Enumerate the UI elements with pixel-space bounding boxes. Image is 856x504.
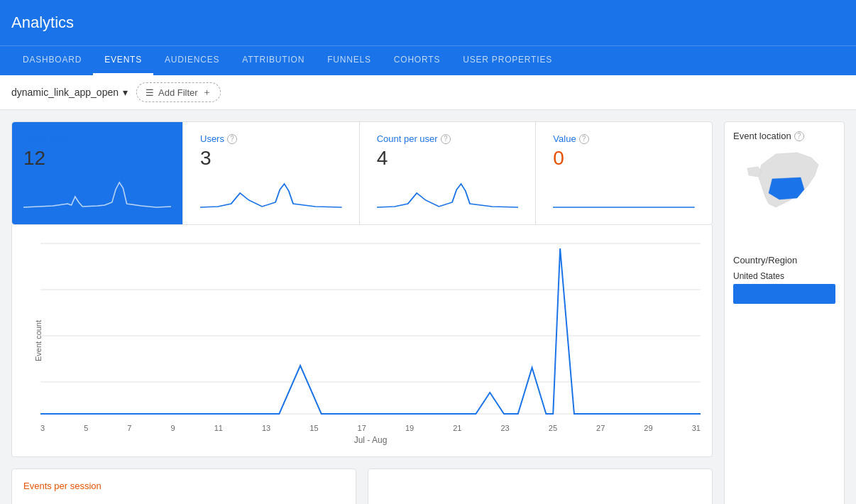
x-label: 3 bbox=[40, 424, 45, 432]
users-value: 3 bbox=[200, 147, 342, 170]
value-label: Value ? bbox=[553, 133, 695, 144]
users-help-icon[interactable]: ? bbox=[227, 134, 237, 144]
x-label: 7 bbox=[127, 424, 131, 432]
add-filter-button[interactable]: ☰ Add Filter ＋ bbox=[136, 82, 221, 102]
bottom-card-2 bbox=[368, 469, 713, 504]
count-per-user-card: Count per user ? 4 bbox=[359, 122, 536, 224]
filter-bar: dynamic_link_app_open ▾ ☰ Add Filter ＋ bbox=[0, 75, 856, 110]
x-label: 31 bbox=[692, 424, 701, 432]
event-location-header: Event location ? bbox=[733, 131, 835, 141]
x-label: 11 bbox=[214, 424, 223, 432]
value-card: Value ? 0 bbox=[535, 122, 712, 224]
events-per-session-title: Events per session bbox=[23, 481, 344, 491]
left-panel: Event count 12 Users ? 3 bbox=[11, 121, 713, 504]
x-label: 13 bbox=[262, 424, 270, 432]
x-label: 27 bbox=[596, 424, 605, 432]
nav-bar: DASHBOARD EVENTS AUDIENCES ATTRIBUTION F… bbox=[0, 45, 856, 75]
event-location-help-icon[interactable]: ? bbox=[794, 131, 804, 141]
nav-item-attribution[interactable]: ATTRIBUTION bbox=[231, 46, 316, 75]
nav-item-dashboard[interactable]: DASHBOARD bbox=[11, 46, 93, 75]
event-location-panel: Event location ? Country/Region United S… bbox=[724, 121, 845, 504]
filter-icon: ☰ bbox=[146, 87, 154, 98]
nav-item-user-properties[interactable]: USER PROPERTIES bbox=[451, 46, 564, 75]
app-title: Analytics bbox=[11, 13, 74, 32]
x-label: 19 bbox=[405, 424, 414, 432]
event-count-card: Event count 12 bbox=[12, 122, 182, 224]
map-area bbox=[733, 147, 835, 246]
event-location-title: Event location bbox=[733, 131, 791, 141]
add-icon: ＋ bbox=[202, 86, 212, 99]
map-svg bbox=[733, 147, 835, 239]
event-count-label: Event count bbox=[23, 133, 171, 144]
count-per-user-sparkline bbox=[377, 175, 519, 211]
event-filter-label: dynamic_link_app_open bbox=[11, 87, 119, 98]
header: Analytics bbox=[0, 0, 856, 45]
x-label: 29 bbox=[644, 424, 652, 432]
value-help-icon[interactable]: ? bbox=[579, 134, 589, 144]
events-per-session-card: Events per session bbox=[11, 469, 356, 504]
main-chart-svg: 0 2 4 6 8 bbox=[40, 236, 701, 421]
count-per-user-help-icon[interactable]: ? bbox=[441, 134, 451, 144]
nav-item-funnels[interactable]: FUNNELS bbox=[316, 46, 383, 75]
value-sparkline bbox=[553, 175, 695, 211]
event-count-sparkline bbox=[23, 175, 171, 211]
users-label: Users ? bbox=[200, 133, 342, 144]
users-card: Users ? 3 bbox=[182, 122, 359, 224]
nav-item-cohorts[interactable]: COHORTS bbox=[383, 46, 451, 75]
united-states-label: United States bbox=[733, 271, 835, 281]
x-label: 5 bbox=[84, 424, 88, 432]
main-content: Event count 12 Users ? 3 bbox=[0, 110, 856, 504]
users-sparkline bbox=[200, 175, 342, 211]
x-label: 17 bbox=[358, 424, 366, 432]
united-states-bar bbox=[733, 284, 835, 304]
united-states-row: United States bbox=[733, 271, 835, 304]
event-filter-dropdown[interactable]: dynamic_link_app_open ▾ bbox=[11, 87, 128, 98]
count-per-user-value: 4 bbox=[377, 147, 519, 170]
nav-item-events[interactable]: EVENTS bbox=[93, 46, 153, 75]
count-per-user-label: Count per user ? bbox=[377, 133, 519, 144]
x-label: 23 bbox=[500, 424, 509, 432]
x-label: 15 bbox=[309, 424, 318, 432]
nav-item-audiences[interactable]: AUDIENCES bbox=[153, 46, 231, 75]
x-label: 25 bbox=[549, 424, 557, 432]
stats-row: Event count 12 Users ? 3 bbox=[11, 121, 713, 225]
x-label: 21 bbox=[453, 424, 461, 432]
dropdown-arrow-icon: ▾ bbox=[123, 87, 128, 98]
event-count-value: 12 bbox=[23, 147, 171, 170]
x-label: 9 bbox=[171, 424, 175, 432]
main-chart-area: 0 2 4 6 8 bbox=[40, 236, 701, 421]
value-value: 0 bbox=[553, 147, 695, 170]
add-filter-label: Add Filter bbox=[158, 87, 198, 98]
x-axis: 3 5 7 9 11 13 15 17 19 21 23 25 27 29 31 bbox=[40, 421, 701, 432]
bottom-row: Events per session bbox=[11, 469, 713, 504]
main-chart-container: Event count 0 2 4 6 8 bbox=[11, 225, 713, 457]
country-region-label: Country/Region bbox=[733, 255, 835, 265]
x-axis-title: Jul - Aug bbox=[40, 435, 701, 445]
